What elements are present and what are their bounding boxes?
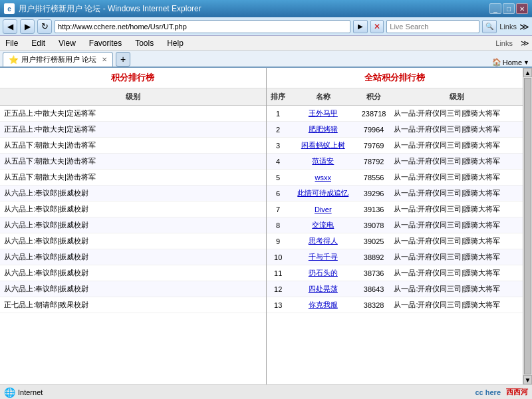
rank-level: 从一品:开府仪同三司|骠骑大将军 — [391, 217, 523, 233]
rank-number: 13 — [267, 297, 290, 313]
menu-expand-icon[interactable]: ≫ — [521, 39, 529, 48]
left-table-row: 从六品上:奉议郎|振威校尉 — [0, 281, 266, 297]
rank-number: 3 — [267, 138, 290, 154]
left-table-row: 从六品上:奉议郎|振威校尉 — [0, 249, 266, 265]
left-panel: 积分排行榜 级别 正五品上:中散大夫|定远将军正五品上:中散大夫|定远将军从五品… — [0, 68, 267, 384]
links-label: Links — [499, 23, 517, 31]
refresh-button[interactable]: ↻ — [37, 19, 52, 34]
minimize-button[interactable]: _ — [489, 3, 501, 14]
menu-help[interactable]: Help — [164, 37, 186, 49]
rank-score: 39136 — [356, 201, 392, 217]
left-table-header: 级别 — [0, 88, 266, 106]
right-table-column-header: 级别 — [391, 88, 523, 106]
scroll-up-button[interactable]: ▲ — [523, 68, 532, 77]
home-dropdown-icon[interactable]: ▼ — [523, 59, 529, 66]
home-button[interactable]: 🏠 Home ▼ — [492, 58, 529, 66]
menu-tools[interactable]: Tools — [132, 37, 156, 49]
right-table-row: 8交流电39078从一品:开府仪同三司|骠骑大将军 — [267, 217, 523, 233]
right-panel: 全站积分排行榜 排序名称积分级别 1王外马甲238718从一品:开府仪同三司|骠… — [267, 68, 523, 384]
left-table-row: 从五品下:朝散大夫|游击将军 — [0, 138, 266, 154]
rank-name[interactable]: 思考得人 — [290, 233, 356, 249]
links-chevron-icon[interactable]: ≫ — [519, 21, 529, 32]
right-table-column-header: 名称 — [290, 88, 356, 106]
back-button[interactable]: ◀ — [3, 19, 17, 34]
rank-number: 4 — [267, 154, 290, 170]
right-table-row: 11扔石头的38736从一品:开府仪同三司|骠骑大将军 — [267, 265, 523, 281]
stop-button[interactable]: ✕ — [370, 20, 384, 33]
right-table-row: 3闲看蚂蚁上树79769从一品:开府仪同三司|骠骑大将军 — [267, 138, 523, 154]
rank-level: 从一品:开府仪同三司|骠骑大将军 — [391, 106, 523, 122]
go-button[interactable]: ▶ — [353, 20, 368, 33]
left-section-header: 积分排行榜 — [0, 68, 266, 88]
right-panel-wrapper: 全站积分排行榜 排序名称积分级别 1王外马甲238718从一品:开府仪同三司|骠… — [267, 68, 533, 384]
tab-favicon: ⭐ — [9, 55, 19, 65]
nav-bar: ◀ ▶ ↻ ▶ ✕ 🔍 Links ≫ — [0, 17, 532, 36]
active-tab[interactable]: ⭐ 用户排行榜新用户 论坛 ✕ — [3, 52, 113, 66]
right-table-row: 13你克我服38328从一品:开府仪同三司|骠骑大将军 — [267, 297, 523, 313]
rank-name[interactable]: 范适安 — [290, 154, 356, 170]
scroll-down-button[interactable]: ▼ — [523, 375, 532, 384]
menu-file[interactable]: File — [3, 37, 21, 49]
rank-name[interactable]: 此情可待成追忆 — [290, 186, 356, 201]
search-go-button[interactable]: 🔍 — [482, 20, 497, 33]
tab-close-icon[interactable]: ✕ — [102, 56, 107, 63]
left-table-row: 从六品上:奉议郎|振威校尉 — [0, 217, 266, 233]
content-area: 积分排行榜 级别 正五品上:中散大夫|定远将军正五品上:中散大夫|定远将军从五品… — [0, 68, 532, 384]
rank-number: 9 — [267, 233, 290, 249]
left-table-row: 正五品上:中散大夫|定远将军 — [0, 106, 266, 122]
window-title: 用户排行榜新用户 论坛 - Windows Internet Explorer — [19, 3, 201, 15]
menu-view[interactable]: View — [56, 37, 78, 49]
status-bar: 🌐 Internet cc here 西西河 — [0, 384, 532, 399]
rank-level: 从一品:开府仪同三司|骠骑大将军 — [391, 170, 523, 186]
rank-level: 从一品:开府仪同三司|骠骑大将军 — [391, 122, 523, 138]
search-input[interactable] — [386, 20, 479, 33]
menu-favorites[interactable]: Favorites — [86, 37, 124, 49]
rank-name[interactable]: 你克我服 — [290, 297, 356, 313]
left-table-row: 从五品下:朝散大夫|游击将军 — [0, 170, 266, 186]
tab-bar: ⭐ 用户排行榜新用户 论坛 ✕ + 🏠 Home ▼ — [0, 51, 532, 68]
rank-name[interactable]: 王外马甲 — [290, 106, 356, 122]
rank-name[interactable]: Diver — [290, 201, 356, 217]
title-bar: e 用户排行榜新用户 论坛 - Windows Internet Explore… — [0, 0, 532, 17]
rank-score: 38328 — [356, 297, 392, 313]
close-button[interactable]: ✕ — [516, 3, 528, 14]
rank-level: 从一品:开府仪同三司|骠骑大将军 — [391, 201, 523, 217]
left-table-row: 从五品下:朝散大夫|游击将军 — [0, 154, 266, 170]
extra-links[interactable]: Links — [495, 39, 513, 47]
rank-score: 38643 — [356, 281, 392, 297]
menu-edit[interactable]: Edit — [29, 37, 48, 49]
rank-name[interactable]: 千与千寻 — [290, 249, 356, 265]
rank-level: 从一品:开府仪同三司|骠骑大将军 — [391, 281, 523, 297]
browser-icon: e — [4, 3, 15, 14]
left-rank-table: 级别 正五品上:中散大夫|定远将军正五品上:中散大夫|定远将军从五品下:朝散大夫… — [0, 88, 266, 313]
rank-name[interactable]: wsxx — [290, 170, 356, 186]
rank-name[interactable]: 闲看蚂蚁上树 — [290, 138, 356, 154]
left-table-row: 从六品上:奉议郎|振威校尉 — [0, 201, 266, 217]
rank-number: 8 — [267, 217, 290, 233]
rank-level: 从一品:开府仪同三司|骠骑大将军 — [391, 154, 523, 170]
url-input[interactable] — [55, 20, 350, 33]
rank-name[interactable]: 肥肥烤猪 — [290, 122, 356, 138]
left-table-row: 从六品上:奉议郎|振威校尉 — [0, 186, 266, 201]
xx-label: 西西河 — [506, 387, 528, 397]
rank-level: 从一品:开府仪同三司|骠骑大将军 — [391, 138, 523, 154]
rank-number: 1 — [267, 106, 290, 122]
rank-level: 从一品:开府仪同三司|骠骑大将军 — [391, 249, 523, 265]
right-table-row: 9思考得人39025从一品:开府仪同三司|骠骑大将军 — [267, 233, 523, 249]
cc-logo: cc here — [475, 388, 501, 396]
home-label: Home — [503, 59, 522, 66]
rank-name[interactable]: 交流电 — [290, 217, 356, 233]
rank-number: 11 — [267, 265, 290, 281]
rank-number: 6 — [267, 186, 290, 201]
rank-number: 2 — [267, 122, 290, 138]
scroll-thumb[interactable] — [524, 78, 531, 374]
forward-button[interactable]: ▶ — [20, 19, 35, 34]
tab-label: 用户排行榜新用户 论坛 — [21, 55, 96, 65]
rank-score: 39078 — [356, 217, 392, 233]
rank-score: 238718 — [356, 106, 392, 122]
scrollbar-right[interactable]: ▲ ▼ — [523, 68, 532, 384]
new-tab-button[interactable]: + — [116, 52, 130, 66]
rank-name[interactable]: 四处晃荡 — [290, 281, 356, 297]
rank-name[interactable]: 扔石头的 — [290, 265, 356, 281]
maximize-button[interactable]: □ — [503, 3, 515, 14]
